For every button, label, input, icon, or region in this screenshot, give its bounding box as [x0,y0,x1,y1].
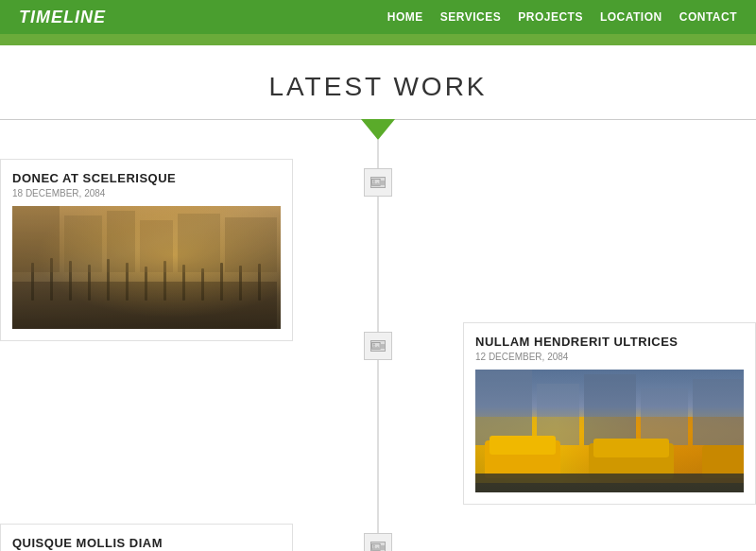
svg-rect-19 [225,217,277,272]
timeline-item-3: QUISQUE MOLLIS DIAM 10 DECEMBER, 2084 [0,524,756,551]
svg-rect-15 [64,215,102,272]
svg-rect-32 [593,439,669,457]
timeline-icon-1[interactable] [364,168,392,197]
card-image-2 [475,370,744,492]
timeline-container: DONEC AT SCELERISQUE 18 DECEMBER, 2084 [0,140,756,551]
image-icon-2 [370,340,386,352]
timeline-icon-3[interactable] [364,533,392,551]
nav-contact[interactable]: CONTACT [679,10,737,24]
green-stripe [0,34,756,45]
card-date-2: 12 DECEMBER, 2084 [475,352,744,362]
svg-rect-30 [490,436,556,455]
timeline-icon-2[interactable] [364,332,392,360]
image-icon-3 [370,542,386,551]
arrow-down-icon [361,119,395,140]
svg-rect-33 [702,445,744,478]
card-title-3: QUISQUE MOLLIS DIAM [12,536,281,550]
timeline-item: DONEC AT SCELERISQUE 18 DECEMBER, 2084 [0,159,756,341]
svg-rect-16 [107,211,135,272]
nav-home[interactable]: HOME [387,10,423,24]
svg-rect-26 [584,374,636,445]
svg-rect-17 [140,220,173,272]
main-nav: HOME SERVICES PROJECTS LOCATION CONTACT [387,10,737,24]
svg-rect-34 [475,474,744,492]
card-image [12,206,281,329]
svg-rect-11 [220,263,223,301]
divider-area [0,119,756,140]
site-logo: Timeline [19,8,106,27]
section-title-area: LATEST WORK [0,45,756,102]
svg-rect-18 [178,214,220,272]
nyc-taxi-image [475,370,744,492]
svg-rect-10 [201,268,204,301]
city-street-image [12,206,281,329]
image-icon [370,177,386,188]
card-date: 18 DECEMBER, 2084 [12,188,281,198]
nav-services[interactable]: SERVICES [440,10,501,24]
timeline-item-2: NULLAM HENDRERIT ULTRICES 12 DECEMBER, 2… [0,322,756,505]
svg-rect-14 [12,206,60,272]
card-donec[interactable]: DONEC AT SCELERISQUE 18 DECEMBER, 2084 [0,159,293,341]
card-nullam[interactable]: NULLAM HENDRERIT ULTRICES 12 DECEMBER, 2… [463,322,756,505]
nav-projects[interactable]: PROJECTS [518,10,583,24]
card-quisque[interactable]: QUISQUE MOLLIS DIAM 10 DECEMBER, 2084 [0,524,293,551]
svg-rect-27 [641,388,688,445]
nav-location[interactable]: LOCATION [600,10,662,24]
section-title: LATEST WORK [0,72,756,102]
card-title-2: NULLAM HENDRERIT ULTRICES [475,335,744,349]
card-title: DONEC AT SCELERISQUE [12,171,281,185]
svg-rect-24 [475,370,532,445]
svg-rect-28 [693,379,744,445]
